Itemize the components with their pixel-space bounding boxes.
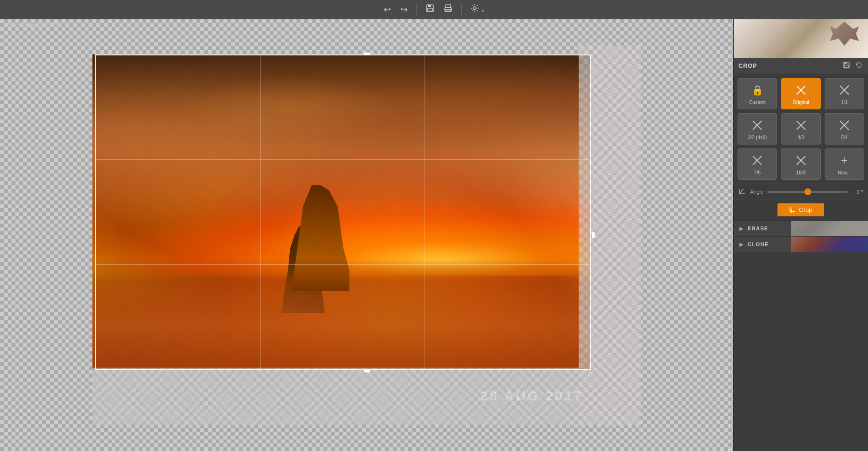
panel-reset-icon[interactable] [855, 61, 863, 71]
svg-point-7 [473, 7, 476, 10]
crop-handle-top[interactable] [364, 53, 370, 55]
main-area: 538 × 344 px | 269:172 28 AUG 2017 [0, 19, 868, 451]
svg-rect-1 [428, 5, 431, 7]
aspect-1x1-label: 1/1 [841, 100, 848, 105]
crop-handle-bottom[interactable] [364, 370, 370, 372]
panel-thumbnail [734, 19, 868, 58]
angle-slider[interactable] [767, 191, 848, 193]
svg-rect-5 [446, 10, 451, 12]
angle-label: Angle [750, 189, 764, 195]
aspect-custom-label: Custom [749, 100, 765, 105]
erase-section[interactable]: ▶ ERASE [734, 220, 868, 236]
x-icon-5x4 [837, 118, 852, 133]
canvas-area[interactable]: 538 × 344 px | 269:172 28 AUG 2017 [0, 19, 733, 451]
crop-handle-right[interactable] [592, 232, 595, 238]
aspect-new-button[interactable]: + New... [825, 148, 864, 180]
aspect-3x2-button[interactable]: 3/2 (4x6) [738, 113, 777, 145]
date-watermark: 28 AUG 2017 [480, 388, 583, 404]
canvas-image [92, 54, 591, 370]
aspect-ratio-grid: 🔒 Custom Original 1/1 3/2 (4x6) 4/3 [734, 74, 868, 184]
erase-label: ERASE [748, 226, 768, 231]
image-container: 28 AUG 2017 [92, 45, 641, 425]
x-icon-4x3 [793, 118, 808, 133]
x-icon-7x5 [750, 153, 765, 168]
toolbar-separator-1 [416, 4, 417, 15]
right-panel: CROP [733, 19, 868, 451]
clone-section[interactable]: ▶ CLONE [734, 236, 868, 252]
aspect-custom-button[interactable]: 🔒 Custom [738, 78, 777, 109]
svg-rect-9 [844, 62, 847, 64]
aspect-original-button[interactable]: Original [781, 78, 820, 109]
crop-button-row: Crop [734, 199, 868, 220]
x-icon-16x9 [793, 153, 808, 168]
x-icon-1x1 [837, 82, 852, 98]
save-button[interactable] [423, 2, 437, 17]
svg-rect-10 [844, 65, 848, 67]
print-button[interactable] [441, 2, 455, 17]
angle-value: 0 ° [852, 189, 863, 195]
aspect-1x1-button[interactable]: 1/1 [825, 78, 864, 109]
svg-rect-2 [428, 8, 432, 11]
aspect-7x5-button[interactable]: 7/5 [738, 148, 777, 180]
aspect-5x4-button[interactable]: 5/4 [825, 113, 864, 145]
crop-panel-title: CROP [738, 63, 757, 69]
x-icon-original [793, 82, 808, 98]
clone-arrow: ▶ [739, 242, 744, 247]
lock-icon: 🔒 [750, 82, 765, 98]
angle-icon [738, 187, 746, 196]
settings-button[interactable]: ▾ [467, 2, 487, 17]
redo-button[interactable]: ↪ [398, 2, 411, 17]
erase-arrow: ▶ [739, 226, 744, 231]
panel-header-icons [842, 61, 863, 71]
panel-header-crop: CROP [734, 58, 868, 74]
aspect-original-label: Original [792, 100, 809, 105]
aspect-4x3-label: 4/3 [798, 135, 804, 140]
crop-button-label: Crop [799, 206, 812, 213]
aspect-3x2-label: 3/2 (4x6) [748, 135, 766, 140]
toolbar: ↩ ↪ ▾ [0, 0, 868, 19]
aspect-5x4-label: 5/4 [841, 135, 848, 140]
svg-rect-3 [446, 5, 451, 8]
panel-save-icon[interactable] [842, 61, 851, 71]
x-icon-3x2 [750, 118, 765, 133]
aspect-7x5-label: 7/5 [754, 170, 761, 175]
svg-point-6 [450, 9, 451, 10]
aspect-16x9-label: 16/9 [796, 170, 805, 175]
canvas-info: 538 × 344 px | 269:172 [4, 22, 58, 28]
transparent-area-right [579, 45, 641, 425]
crop-action-button[interactable]: Crop [777, 203, 824, 216]
angle-row: Angle 0 ° [734, 184, 868, 199]
aspect-16x9-button[interactable]: 16/9 [781, 148, 820, 180]
plus-icon: + [837, 153, 852, 168]
toolbar-separator-2 [461, 4, 462, 15]
clone-label: CLONE [748, 241, 769, 247]
undo-button[interactable]: ↩ [381, 2, 394, 17]
aspect-new-label: New... [838, 170, 851, 175]
aspect-4x3-button[interactable]: 4/3 [781, 113, 820, 145]
